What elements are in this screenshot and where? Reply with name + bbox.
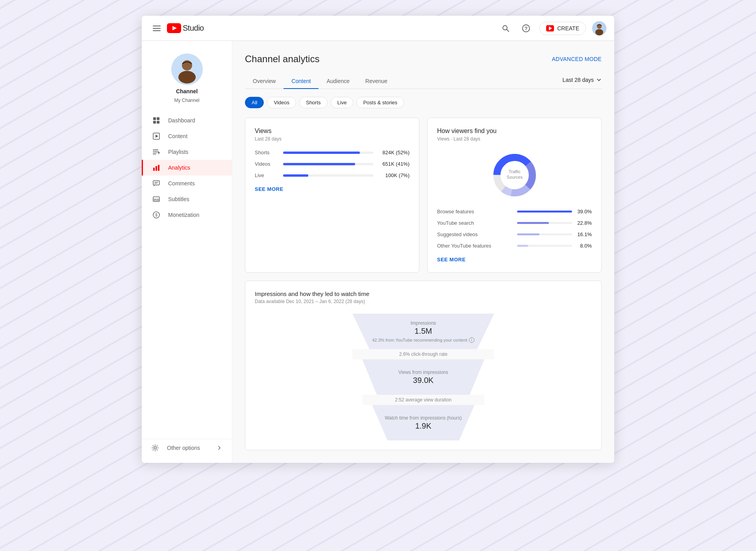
svg-rect-0 — [153, 26, 161, 26]
views-card-title: Views — [255, 128, 410, 135]
views-card-subtitle: Last 28 days — [255, 136, 410, 142]
traffic-see-more[interactable]: SEE MORE — [437, 257, 466, 263]
sidebar-item-subtitles[interactable]: Subtitles — [142, 191, 232, 207]
impressions-subtitle: Data available Dec 10, 2021 – Jan 6, 202… — [255, 299, 592, 304]
view-value-shorts: 824K (52%) — [378, 150, 410, 155]
create-button[interactable]: CREATE — [539, 22, 586, 35]
chevron-right-icon — [216, 445, 222, 451]
funnel-views-value: 39.0K — [413, 376, 434, 385]
layout: Channel My Channel Dashboard — [142, 41, 614, 463]
traffic-item-other: Other YouTube features 8.0% — [437, 243, 592, 249]
view-bar-container-videos — [283, 163, 373, 165]
tab-audience[interactable]: Audience — [319, 74, 357, 89]
traffic-item-browse: Browse features 39.0% — [437, 209, 592, 214]
chip-posts[interactable]: Posts & stories — [356, 97, 404, 108]
svg-marker-20 — [156, 135, 158, 138]
traffic-card-subtitle: Views · Last 28 days — [437, 136, 592, 142]
view-label-shorts: Shorts — [255, 150, 278, 155]
svg-rect-17 — [153, 121, 156, 124]
views-see-more[interactable]: SEE MORE — [255, 186, 284, 192]
help-button[interactable]: ? — [519, 21, 533, 35]
sidebar-item-dashboard[interactable]: Dashboard — [142, 113, 232, 128]
svg-rect-15 — [153, 117, 156, 120]
cards-row: Views Last 28 days Shorts 824K (52%) Vid… — [245, 118, 602, 273]
funnel-impressions-block: Impressions 1.5M 42.3% from YouTube reco… — [352, 314, 494, 349]
svg-text:?: ? — [525, 26, 528, 31]
sidebar-bottom: Other options — [142, 439, 232, 457]
traffic-item-suggested: Suggested videos 16.1% — [437, 231, 592, 237]
traffic-label-suggested: Suggested videos — [437, 231, 513, 237]
svg-line-6 — [507, 30, 509, 31]
other-options-button[interactable]: Other options — [142, 439, 232, 457]
logo: Studio — [167, 23, 204, 33]
traffic-bar-browse — [517, 211, 572, 213]
info-icon[interactable]: i — [469, 337, 474, 343]
traffic-pct-other: 8.0% — [576, 243, 592, 249]
main-content: Channel analytics ADVANCED MODE Overview… — [232, 41, 614, 463]
views-list: Shorts 824K (52%) Videos 651K (41%) — [255, 150, 410, 178]
impressions-title: Impressions and how they led to watch ti… — [255, 290, 592, 297]
traffic-label-browse: Browse features — [437, 209, 513, 214]
view-bar-shorts — [283, 152, 360, 154]
traffic-label-other: Other YouTube features — [437, 243, 513, 249]
tab-overview[interactable]: Overview — [245, 74, 284, 89]
donut-svg: Traffic Sources — [489, 150, 540, 201]
svg-text:Sources: Sources — [506, 175, 523, 179]
sidebar-item-monetization[interactable]: $ Monetization — [142, 207, 232, 223]
avatar[interactable] — [592, 21, 606, 35]
sidebar-item-label-dashboard: Dashboard — [168, 117, 195, 124]
funnel-views-label: Views from impressions — [398, 370, 448, 375]
sidebar-item-label-analytics: Analytics — [168, 165, 190, 171]
advanced-mode-button[interactable]: ADVANCED MODE — [552, 56, 602, 62]
traffic-bar-container-suggested — [517, 233, 572, 235]
sidebar-item-content[interactable]: Content — [142, 128, 232, 144]
help-icon: ? — [522, 24, 530, 32]
tab-revenue[interactable]: Revenue — [358, 74, 395, 89]
view-item-videos: Videos 651K (41%) — [255, 161, 410, 167]
sidebar: Channel My Channel Dashboard — [142, 41, 232, 463]
traffic-pct-suggested: 16.1% — [576, 231, 592, 237]
sidebar-item-comments[interactable]: Comments — [142, 176, 232, 191]
sidebar-item-label-subtitles: Subtitles — [168, 196, 189, 202]
date-range-selector[interactable]: Last 28 days — [563, 74, 602, 89]
settings-icon — [151, 444, 159, 452]
menu-button[interactable] — [150, 21, 164, 35]
app-window: Studio ? CREATE — [142, 16, 614, 463]
funnel-watchtime-label: Watch time from impressions (hours) — [385, 415, 462, 421]
comments-icon — [152, 179, 160, 187]
funnel-watchtime-value: 1.9K — [415, 422, 431, 431]
other-options-label: Other options — [167, 445, 200, 451]
chip-videos[interactable]: Videos — [267, 97, 296, 108]
traffic-label-search: YouTube search — [437, 220, 513, 226]
svg-rect-28 — [153, 181, 159, 185]
search-button[interactable] — [498, 21, 513, 35]
chevron-down-icon — [596, 77, 602, 83]
sidebar-item-label-monetization: Monetization — [168, 212, 199, 218]
svg-point-39 — [154, 447, 156, 449]
chip-all[interactable]: All — [245, 97, 264, 108]
traffic-list: Browse features 39.0% YouTube search 2 — [437, 209, 592, 249]
funnel-views-block: Views from impressions 39.0K — [362, 359, 484, 395]
view-value-videos: 651K (41%) — [378, 161, 410, 167]
sidebar-item-label-comments: Comments — [168, 180, 195, 187]
funnel-watchtime-block: Watch time from impressions (hours) 1.9K — [372, 405, 474, 440]
traffic-bar-container-search — [517, 222, 572, 224]
funnel-gap-1: 2.6% click-through rate — [352, 349, 494, 359]
tab-content[interactable]: Content — [284, 74, 319, 89]
view-item-shorts: Shorts 824K (52%) — [255, 150, 410, 155]
svg-rect-27 — [158, 165, 159, 171]
channel-name: Channel — [176, 88, 198, 94]
chip-live[interactable]: Live — [331, 97, 354, 108]
logo-text: Studio — [183, 24, 204, 33]
youtube-logo-icon — [167, 23, 181, 33]
view-item-live: Live 100K (7%) — [255, 172, 410, 178]
chip-shorts[interactable]: Shorts — [299, 97, 328, 108]
page-header: Channel analytics ADVANCED MODE — [245, 54, 602, 65]
traffic-item-search: YouTube search 22.8% — [437, 220, 592, 226]
funnel-impressions-label: Impressions — [411, 320, 436, 326]
sidebar-item-analytics[interactable]: Analytics — [142, 160, 232, 176]
header-logo: Studio — [150, 21, 492, 35]
sidebar-item-playlists[interactable]: Playlists — [142, 144, 232, 160]
funnel-wrapper: Impressions 1.5M 42.3% from YouTube reco… — [255, 314, 592, 440]
donut-chart: Traffic Sources — [437, 150, 592, 201]
